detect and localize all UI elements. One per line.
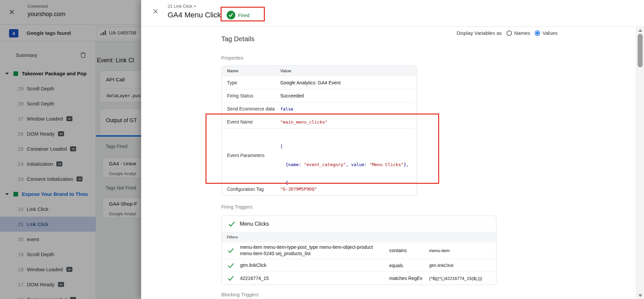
trigger-row[interactable]: Menu Clicks [222, 216, 496, 232]
sidebar-item-event-18[interactable]: 18 Window Loaded [0, 262, 96, 277]
check-circle-icon [227, 11, 235, 19]
table-row-event-parameters: Event Parameters [ {name: "event_categor… [222, 129, 417, 182]
sidebar-item-event-19[interactable]: 19 Scroll Depth [0, 247, 96, 262]
status-text: Fired [238, 12, 249, 18]
sidebar-item-event-28[interactable]: 28 Scroll Depth [0, 96, 96, 111]
scrollbar-thumb[interactable] [638, 34, 643, 67]
sidebar-group-takeover-package[interactable]: Takeover Package and Pop [0, 66, 96, 81]
table-row: Send Ecommerce data false [222, 102, 417, 116]
properties-heading: Properties [221, 55, 243, 61]
blocking-triggers-heading: Blocking Triggers [221, 292, 258, 297]
sidebar-item-event-21-selected[interactable]: 21 Link Click [0, 217, 96, 232]
sidebar-item-event-29[interactable]: 29 Scroll Depth [0, 81, 96, 96]
close-icon[interactable]: ✕ [7, 8, 16, 17]
table-row: Type Google Analytics: GA4 Event [222, 76, 417, 89]
radio-names[interactable] [507, 30, 512, 36]
analytics-bars-icon [101, 30, 106, 35]
gtm-preview-background: ✕ Connected yourshop.com 4 Google tags f… [0, 0, 141, 299]
container-color-icon [13, 71, 18, 76]
code-event-icon [58, 131, 64, 136]
sidebar-item-event-23[interactable]: 23 Consent Initialization [0, 171, 96, 186]
column-name: Name [222, 66, 280, 76]
clear-events-icon[interactable] [80, 52, 86, 59]
code-event-icon [58, 282, 64, 287]
filters-label: Filters [222, 232, 496, 242]
sidebar-item-event-22[interactable]: 22 Link Click [0, 202, 96, 217]
scroll-up-arrow[interactable] [638, 29, 642, 32]
dialog-scrollbar [636, 27, 644, 299]
filter-row: menu-item menu-item-type-post_type menu-… [222, 242, 496, 259]
sidebar-item-event-27[interactable]: 27 Window Loaded [0, 111, 96, 126]
check-icon [228, 276, 234, 281]
check-icon [228, 263, 234, 268]
sidebar-item-event-25[interactable]: 25 Container Loaded [0, 141, 96, 156]
check-icon [228, 221, 235, 227]
check-icon [228, 248, 234, 253]
properties-table: Name Value Type Google Analytics: GA4 Ev… [221, 66, 417, 196]
chevron-down-icon [5, 73, 9, 75]
sidebar-item-summary[interactable]: Summary [0, 48, 96, 63]
code-event-icon [76, 176, 82, 181]
radio-names-label[interactable]: Names [514, 30, 530, 36]
scroll-down-arrow[interactable] [638, 294, 642, 297]
group-label: Expose Your Brand to Thou [22, 191, 88, 197]
table-row: Firing Status Succeeded [222, 89, 417, 102]
tags-not-fired-label: Tags Not Fired [106, 185, 136, 191]
sidebar-item-event-26[interactable]: 26 DOM Ready [0, 126, 96, 141]
chevron-down-icon [5, 193, 9, 195]
filter-row: gtm.linkClick equals gtm.linkClick [222, 259, 496, 272]
trigger-name: Menu Clicks [240, 221, 269, 227]
sidebar-item-event-17[interactable]: 17 DOM Ready [0, 277, 96, 292]
display-variables-label: Display Variables as [457, 30, 502, 36]
dialog-close-icon[interactable]: ✕ [151, 7, 160, 16]
screen: ✕ Connected yourshop.com 4 Google tags f… [0, 0, 644, 299]
code-event-icon [66, 267, 72, 272]
code-event-icon [70, 146, 76, 151]
radio-values[interactable] [535, 30, 540, 36]
breadcrumb: 21 Link Click > [168, 4, 196, 9]
dialog-header: ✕ 21 Link Click > GA4 Menu Click Fired [141, 0, 644, 27]
code-event-icon [66, 116, 72, 121]
code-event-icon [56, 161, 62, 166]
code-event-icon [70, 297, 76, 299]
sidebar-item-event-16[interactable]: 16 Container Loaded [0, 292, 96, 299]
sidebar-group-expose-your-brand[interactable]: Expose Your Brand to Thou [0, 186, 96, 202]
dialog-title: GA4 Menu Click [168, 11, 221, 19]
firing-trigger-card: Menu Clicks Filters menu-item menu-item-… [221, 216, 496, 285]
tag-details-heading: Tag Details [221, 35, 254, 43]
tag-detail-dialog: ✕ 21 Link Click > GA4 Menu Click Fired D… [141, 0, 644, 299]
connected-site: yourshop.com [27, 11, 65, 18]
tags-fired-label: Tags Fired [106, 144, 127, 149]
status-badge: Fired [227, 11, 249, 19]
connection-status: Connected [27, 4, 48, 9]
sidebar-item-event-20[interactable]: 20 event [0, 232, 96, 247]
firing-triggers-heading: Firing Triggers [221, 204, 252, 210]
google-tags-bar: 4 Google tags found UA-1465708 [0, 25, 141, 41]
display-variables-toggle: Display Variables as Names Values [457, 30, 558, 36]
sidebar-item-event-24[interactable]: 24 Initialization [0, 156, 96, 171]
column-value: Value [280, 66, 417, 76]
container-id: UA-1465708 [109, 30, 136, 35]
table-row: Configuration Tag "G-JD79M5P9DQ" [222, 182, 417, 196]
container-color-icon [13, 192, 18, 197]
tags-found-label: Google tags found [26, 30, 71, 36]
table-header-row: Name Value [222, 66, 417, 76]
filter-row: 42216774_15 matches RegEx (^$|((^|,)4221… [222, 272, 496, 285]
table-row: Event Name "main_menu_clicks" [222, 116, 417, 129]
connect-bar: ✕ Connected yourshop.com [0, 0, 141, 25]
event-title: Event: Link Cl [97, 57, 134, 64]
event-sidebar: Summary Takeover Package and Pop 29 Scro… [0, 41, 96, 299]
summary-label: Summary [16, 52, 37, 58]
tags-count-badge: 4 [9, 29, 18, 38]
group-label: Takeover Package and Pop [22, 71, 86, 76]
radio-values-label[interactable]: Values [542, 30, 558, 36]
